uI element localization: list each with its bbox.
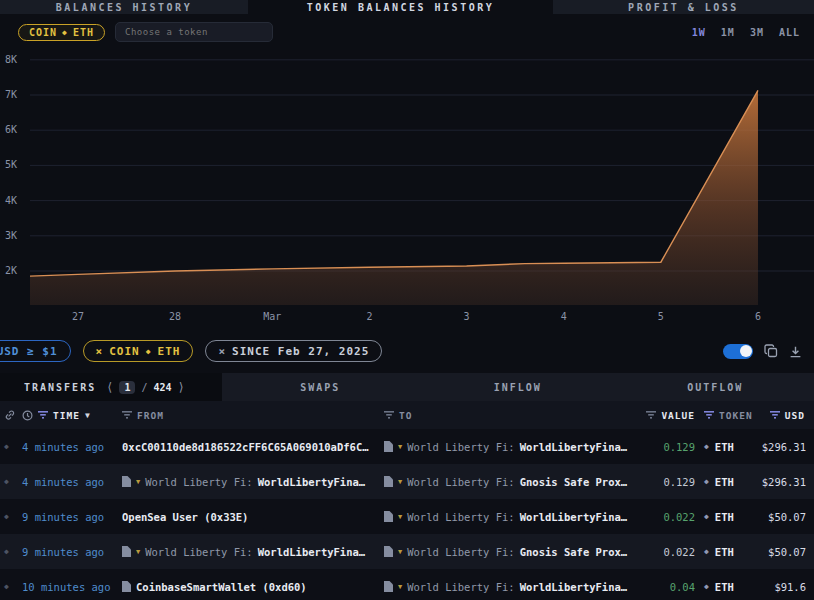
table-section-tabs: TRANSFERS ⟨ 1 / 424 ⟩ SWAPS INFLOW OUTFL… — [0, 373, 814, 401]
tx-value: 0.022 — [642, 546, 704, 558]
transfers-table-body: ◆ 4 minutes ago ▼ 0xcC00110de8d186522cFF… — [0, 429, 814, 600]
filter-icon[interactable] — [770, 411, 780, 419]
chart-filter-bar: COIN ◆ ETH 1W 1M 3M ALL — [0, 14, 814, 50]
filter-chip-since[interactable]: × SINCE Feb 27, 2025 — [205, 340, 382, 362]
from-address-link[interactable]: ▼ World Liberty Fi: WorldLibertyFina… — [122, 476, 384, 488]
contract-icon — [384, 546, 393, 557]
tab-balances-history[interactable]: BALANCES HISTORY — [0, 0, 248, 14]
to-address-link[interactable]: ▼ World Liberty Fi: WorldLibertyFina… — [384, 511, 642, 523]
tab-profit-loss[interactable]: PROFIT & LOSS — [553, 0, 814, 14]
entity-name: World Liberty Fi: — [145, 546, 252, 558]
x-axis-labels: 2728Mar23456 — [0, 305, 814, 329]
token-logo-icon: ◆ — [0, 547, 22, 556]
tx-time-link[interactable]: 4 minutes ago — [22, 476, 122, 488]
toggle-knob — [740, 345, 752, 357]
eth-diamond-icon: ◆ — [704, 512, 709, 521]
tx-link-column-header[interactable] — [0, 409, 22, 421]
tx-usd-value: $50.07 — [756, 546, 814, 558]
next-page-icon[interactable]: ⟩ — [178, 380, 185, 394]
tx-time-link[interactable]: 9 minutes ago — [22, 511, 122, 523]
tx-time-link[interactable]: 10 minutes ago — [22, 581, 122, 593]
tab-transfers[interactable]: TRANSFERS ⟨ 1 / 424 ⟩ — [0, 373, 222, 401]
time-column-header[interactable]: TIME ▼ — [22, 410, 122, 421]
y-tick-label: 5K — [5, 159, 17, 170]
to-address-link[interactable]: ▼ World Liberty Fi: WorldLibertyFina… — [384, 441, 642, 453]
table-row: ◆ 9 minutes ago ▼ OpenSea User (0x33E) ▼… — [0, 499, 814, 534]
selected-token-pill[interactable]: COIN ◆ ETH — [18, 24, 105, 41]
from-address-link[interactable]: ▼ 0xcC00110de8d186522cFF6C65A069010aDf6C… — [122, 441, 384, 453]
remove-filter-icon[interactable]: × — [218, 345, 226, 358]
x-tick-label: 6 — [738, 311, 778, 322]
filter-icon[interactable] — [704, 411, 714, 419]
address-label: Gnosis Safe Prox… — [520, 546, 627, 558]
link-icon — [4, 409, 16, 421]
to-address-link[interactable]: ▼ World Liberty Fi: Gnosis Safe Prox… — [384, 546, 642, 558]
download-icon[interactable] — [789, 345, 802, 358]
tx-value: 0.129 — [642, 476, 704, 488]
x-tick-label: 4 — [544, 311, 584, 322]
to-address-link[interactable]: ▼ World Liberty Fi: WorldLibertyFina… — [384, 581, 642, 593]
from-address-link[interactable]: ▼ OpenSea User (0x33E) — [122, 511, 384, 523]
tab-outflow[interactable]: OUTFLOW — [617, 373, 814, 401]
token-logo-icon: ◆ — [0, 512, 22, 521]
address-label: 0xcC00110de8d186522cFF6C65A069010aDf6C… — [122, 441, 369, 453]
range-all[interactable]: ALL — [779, 27, 800, 38]
x-tick-label: 27 — [58, 311, 98, 322]
contract-icon — [122, 581, 131, 592]
table-tools — [723, 344, 802, 359]
tx-time-link[interactable]: 9 minutes ago — [22, 546, 122, 558]
tx-token: ◆ETH — [704, 511, 756, 523]
address-label: OpenSea User (0x33E) — [122, 511, 248, 523]
filter-chip-coin-label: COIN — [109, 345, 140, 358]
from-address-link[interactable]: ▼ CoinbaseSmartWallet (0xd60) — [122, 581, 384, 593]
from-address-link[interactable]: ▼ World Liberty Fi: WorldLibertyFina… — [122, 546, 384, 558]
sort-caret-icon[interactable]: ▼ — [85, 411, 91, 420]
view-tabs: BALANCES HISTORY TOKEN BALANCES HISTORY … — [0, 0, 814, 14]
entity-chevron-icon: ▼ — [398, 443, 402, 451]
usd-column-header[interactable]: USD — [756, 410, 814, 421]
filter-icon[interactable] — [122, 411, 132, 419]
token-column-header[interactable]: TOKEN — [704, 410, 756, 421]
tab-token-balances-history[interactable]: TOKEN BALANCES HISTORY — [248, 0, 553, 14]
contract-icon — [384, 476, 393, 487]
to-column-header[interactable]: TO — [384, 410, 642, 421]
from-header-label: FROM — [137, 410, 164, 421]
x-tick-label: 28 — [155, 311, 195, 322]
table-row: ◆ 10 minutes ago ▼ CoinbaseSmartWallet (… — [0, 569, 814, 600]
entity-name: World Liberty Fi: — [145, 476, 252, 488]
entity-chevron-icon: ▼ — [136, 478, 140, 486]
range-1w[interactable]: 1W — [692, 27, 706, 38]
tx-value: 0.022 — [642, 511, 704, 523]
token-symbol: ETH — [715, 476, 734, 488]
x-tick-label: 3 — [447, 311, 487, 322]
balance-area-chart[interactable]: 8K7K6K5K4K3K2K — [0, 50, 814, 305]
value-column-header[interactable]: VALUE — [642, 410, 704, 421]
filter-icon[interactable] — [384, 411, 394, 419]
from-column-header[interactable]: FROM — [122, 410, 384, 421]
remove-filter-icon[interactable]: × — [96, 345, 104, 358]
range-1m[interactable]: 1M — [721, 27, 735, 38]
usd-header-label: USD — [785, 410, 805, 421]
filter-icon[interactable] — [646, 411, 656, 419]
to-address-link[interactable]: ▼ World Liberty Fi: Gnosis Safe Prox… — [384, 476, 642, 488]
choose-token-input[interactable] — [115, 22, 273, 42]
transfers-table-header: TIME ▼ FROM TO VALUE TOKEN USD — [0, 401, 814, 429]
y-tick-label: 7K — [5, 89, 17, 100]
copy-icon[interactable] — [764, 344, 778, 358]
prev-page-icon[interactable]: ⟨ — [106, 380, 113, 394]
filter-chip-usd[interactable]: × USD ≥ $1 — [0, 340, 71, 362]
eth-diamond-icon: ◆ — [62, 28, 68, 37]
tab-swaps[interactable]: SWAPS — [222, 373, 420, 401]
eth-diamond-icon: ◆ — [704, 582, 709, 591]
address-label: WorldLibertyFina… — [520, 581, 627, 593]
entity-chevron-icon: ▼ — [398, 478, 402, 486]
filter-chip-coin-eth[interactable]: × COIN ◆ ETH — [83, 340, 194, 362]
tab-inflow[interactable]: INFLOW — [419, 373, 617, 401]
tx-time-link[interactable]: 4 minutes ago — [22, 441, 122, 453]
range-3m[interactable]: 3M — [750, 27, 764, 38]
token-logo-icon: ◆ — [0, 477, 22, 486]
filters-toggle[interactable] — [723, 344, 753, 359]
address-label: WorldLibertyFina… — [258, 476, 365, 488]
tx-usd-value: $296.31 — [756, 476, 814, 488]
filter-icon[interactable] — [38, 411, 48, 419]
